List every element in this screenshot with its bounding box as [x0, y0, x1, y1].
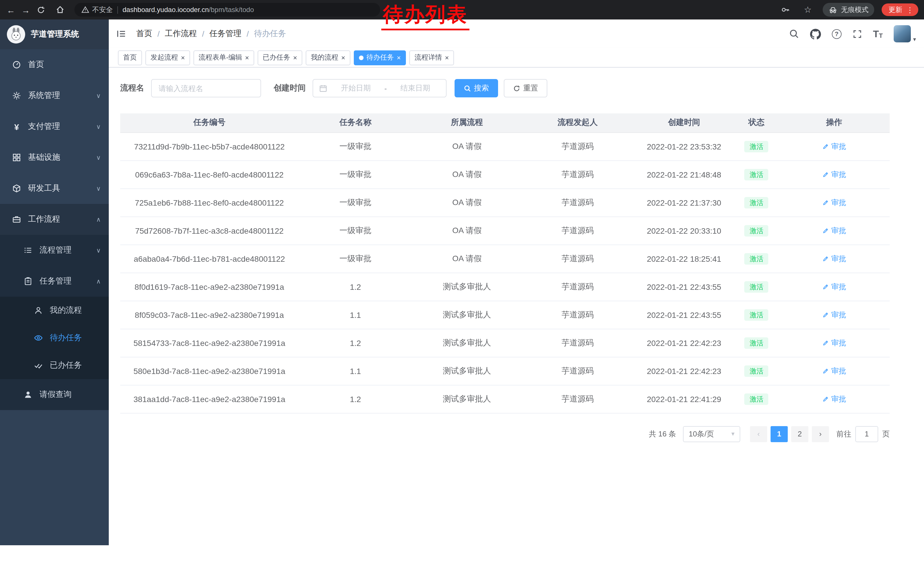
sidebar-item-devtools[interactable]: 研发工具 ∨ [0, 173, 109, 204]
arrow-right-icon: › [819, 429, 822, 438]
close-icon[interactable]: × [245, 54, 249, 61]
password-manager-button[interactable] [778, 2, 793, 17]
sidebar-item-infrastructure[interactable]: 基础设施 ∨ [0, 142, 109, 173]
approve-link[interactable]: 审批 [822, 366, 846, 376]
page-button-2[interactable]: 2 [791, 426, 808, 442]
page-button-1[interactable]: 1 [771, 426, 788, 442]
header-search-button[interactable] [789, 29, 799, 39]
goto-page: 前往 页 [836, 426, 890, 442]
close-icon[interactable]: × [293, 54, 297, 61]
menu-dots-icon[interactable]: ⋮ [906, 6, 914, 14]
sidebar-item-my-processes[interactable]: 我的流程 [0, 297, 109, 324]
cell-create-time: 2022-01-22 23:53:32 [634, 132, 735, 161]
sidebar-item-todo-tasks[interactable]: 待办任务 [0, 324, 109, 352]
approve-link[interactable]: 审批 [822, 338, 846, 348]
sidebar-item-process-management[interactable]: 流程管理 ∨ [0, 235, 109, 266]
approve-link[interactable]: 审批 [822, 197, 846, 208]
close-icon[interactable]: × [445, 54, 449, 61]
page-size-select[interactable]: 10条/页 ▾ [683, 426, 740, 442]
url-bar[interactable]: 不安全 dashboard.yudao.iocoder.cn/bpm/task/… [74, 3, 380, 17]
cell-process: OA 请假 [412, 161, 522, 188]
reset-button[interactable]: 重置 [504, 79, 547, 98]
approve-link[interactable]: 审批 [822, 141, 846, 152]
fullscreen-icon [852, 29, 862, 39]
fullscreen-button[interactable] [852, 29, 862, 39]
tab-process-form-edit[interactable]: 流程表单-编辑× [194, 50, 254, 65]
hamburger-icon [116, 29, 126, 39]
cell-create-time: 2022-01-21 22:42:23 [634, 329, 735, 357]
caret-down-icon: ▾ [731, 430, 735, 438]
home-icon [56, 5, 65, 14]
browser-reload-button[interactable] [33, 2, 48, 17]
gear-icon [12, 91, 22, 100]
search-button[interactable]: 搜索 [454, 79, 498, 98]
approve-link[interactable]: 审批 [822, 254, 846, 264]
sidebar-item-system[interactable]: 系统管理 ∨ [0, 80, 109, 111]
goto-page-input[interactable] [855, 426, 878, 442]
breadcrumb-home[interactable]: 首页 [136, 29, 152, 39]
tab-label: 发起流程 [151, 53, 178, 62]
sidebar-toggle-button[interactable] [109, 20, 134, 48]
sidebar-item-done-tasks[interactable]: 已办任务 [0, 352, 109, 379]
prev-page-button[interactable]: ‹ [750, 426, 767, 442]
github-button[interactable] [810, 29, 821, 39]
sidebar-item-task-management[interactable]: 任务管理 ∧ [0, 266, 109, 297]
status-badge: 激活 [744, 253, 769, 264]
approve-link[interactable]: 审批 [822, 309, 846, 320]
end-date-placeholder[interactable]: 结束日期 [390, 83, 440, 93]
tab-start-process[interactable]: 发起流程× [146, 50, 190, 65]
close-icon[interactable]: × [397, 54, 401, 61]
browser-home-button[interactable] [52, 2, 68, 17]
table-row: 75d72608-7b7f-11ec-a3c8-acde48001122 一级审… [120, 216, 890, 245]
cell-initiator: 芋道源码 [522, 245, 634, 273]
process-name-input[interactable] [151, 79, 261, 98]
sidebar-item-label: 待办任务 [50, 333, 82, 343]
update-label: 更新 [888, 5, 902, 15]
security-indicator[interactable]: 不安全 [81, 5, 113, 15]
approve-link[interactable]: 审批 [822, 281, 846, 292]
cell-task-id: 58154733-7ac8-11ec-a9e2-a2380e71991a [120, 329, 298, 357]
table-row: a6aba0a4-7b6d-11ec-b781-acde48001122 一级审… [120, 245, 890, 273]
sidebar-logo-row[interactable]: 芋道管理系统 [0, 20, 109, 49]
chevron-down-icon: ∨ [96, 185, 101, 192]
table-row: 73211d9d-7b9b-11ec-b5b7-acde48001122 一级审… [120, 132, 890, 161]
browser-forward-button[interactable]: → [18, 2, 33, 17]
help-button[interactable]: ? [832, 29, 842, 39]
page-unit-label: 页 [882, 429, 890, 439]
close-icon[interactable]: × [341, 54, 345, 61]
user-menu[interactable]: ▾ [894, 25, 916, 42]
approve-link[interactable]: 审批 [822, 225, 846, 236]
create-time-label: 创建时间 [274, 83, 306, 93]
tab-home[interactable]: 首页 [118, 50, 142, 65]
breadcrumb-task-management[interactable]: 任务管理 [210, 29, 242, 39]
tab-label: 待办任务 [366, 53, 394, 62]
tab-my-processes[interactable]: 我的流程× [306, 50, 350, 65]
page-size-value: 10条/页 [689, 429, 714, 439]
bookmark-button[interactable]: ☆ [800, 2, 815, 17]
next-page-button[interactable]: › [812, 426, 829, 442]
font-size-button[interactable]: TT [873, 29, 883, 39]
reload-icon [36, 6, 45, 14]
approve-link[interactable]: 审批 [822, 394, 846, 404]
cell-initiator: 芋道源码 [522, 273, 634, 301]
tab-todo-tasks[interactable]: 待办任务× [354, 50, 406, 65]
sidebar-item-workflow[interactable]: 工作流程 ∧ [0, 204, 109, 235]
tab-done-tasks[interactable]: 已办任务× [258, 50, 302, 65]
tab-process-detail[interactable]: 流程详情× [410, 50, 454, 65]
filter-form: 流程名 创建时间 开始日期 - 结束日期 搜索 重 [120, 79, 890, 98]
pagination-total: 共 16 条 [649, 429, 676, 439]
breadcrumb-workflow[interactable]: 工作流程 [165, 29, 197, 39]
close-icon[interactable]: × [181, 54, 185, 61]
approve-link[interactable]: 审批 [822, 169, 846, 180]
browser-back-button[interactable]: ← [3, 2, 18, 17]
tab-label: 首页 [123, 53, 137, 62]
date-range-picker[interactable]: 开始日期 - 结束日期 [313, 79, 447, 98]
sidebar-item-home[interactable]: 首页 [0, 49, 109, 80]
browser-update-button[interactable]: 更新 ⋮ [882, 3, 918, 16]
avatar[interactable] [894, 25, 911, 42]
eye-icon [33, 333, 44, 342]
sidebar-item-payment[interactable]: ¥ 支付管理 ∨ [0, 111, 109, 142]
sidebar-item-leave-query[interactable]: 请假查询 [0, 379, 109, 410]
start-date-placeholder[interactable]: 开始日期 [331, 83, 381, 93]
cell-task-id: 580e1b3d-7ac8-11ec-a9e2-a2380e71991a [120, 357, 298, 385]
